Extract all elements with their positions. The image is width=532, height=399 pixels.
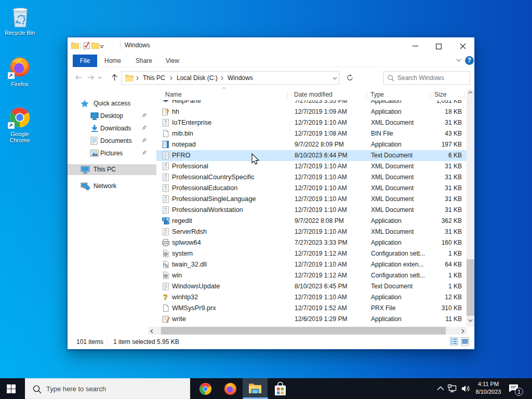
svg-text:?: ? xyxy=(166,109,169,115)
svg-text:?: ? xyxy=(163,293,168,301)
